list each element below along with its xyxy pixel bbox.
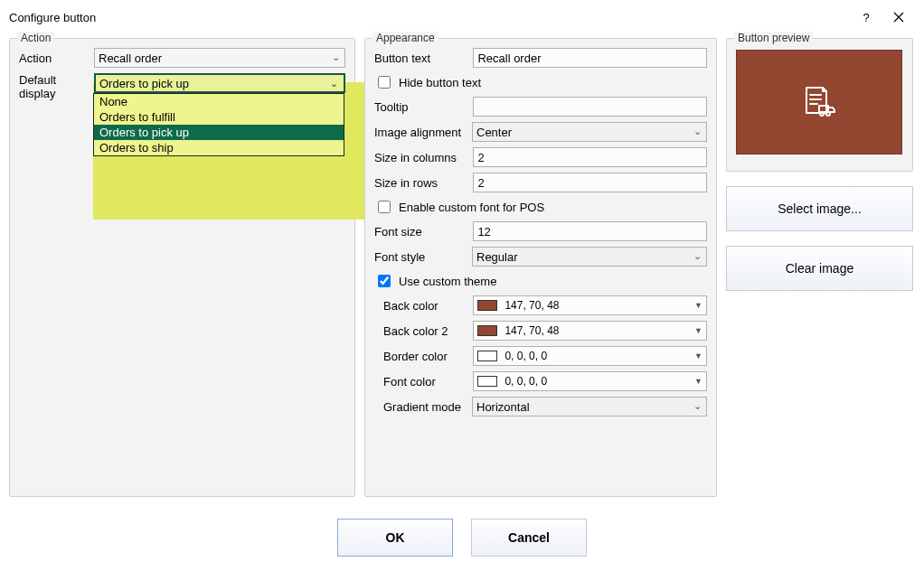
hide-button-text-checkbox[interactable] [378,76,391,89]
back-color-picker[interactable]: 147, 70, 48 ▼ [473,295,707,315]
default-display-value: Orders to pick up [99,77,189,90]
size-cols-input[interactable] [473,147,707,167]
action-legend: Action [17,32,54,44]
default-display-dropdown: None Orders to fulfill Orders to pick up… [93,93,344,156]
appearance-group: Appearance Button text Hide button text … [364,38,717,497]
color-swatch [477,325,497,336]
ok-button[interactable]: OK [337,519,453,557]
appearance-legend: Appearance [372,32,438,44]
use-custom-theme-label: Use custom theme [399,275,496,288]
hide-button-text-label: Hide button text [399,76,481,89]
color-swatch [477,376,497,387]
color-swatch [477,300,497,311]
chevron-down-icon: ⌄ [330,78,338,89]
cancel-button[interactable]: Cancel [471,519,587,557]
chevron-down-icon: ▼ [694,326,702,335]
action-label: Action [19,51,94,65]
button-text-label: Button text [374,51,473,65]
border-color-label: Border color [383,350,473,363]
option-fulfill[interactable]: Orders to fulfill [94,109,344,125]
border-color-picker[interactable]: 0, 0, 0, 0 ▼ [473,346,707,366]
preview-legend: Button preview [734,32,813,44]
recall-order-icon [801,86,837,118]
help-button[interactable]: ? [850,7,882,27]
enable-custom-font-checkbox[interactable] [378,201,391,213]
image-alignment-label: Image alignment [374,126,472,139]
image-alignment-select[interactable]: Center [472,122,707,142]
action-group: Action Action Recall order ⌄ Default dis… [9,38,355,497]
font-color-value: 0, 0, 0, 0 [504,375,694,388]
size-cols-label: Size in columns [374,151,473,164]
chevron-down-icon: ▼ [694,377,702,386]
back-color2-picker[interactable]: 147, 70, 48 ▼ [473,321,707,341]
preview-button [736,50,902,154]
font-style-select[interactable]: Regular [472,247,707,267]
gradient-mode-label: Gradient mode [383,400,472,414]
font-size-input[interactable] [473,221,707,241]
option-pickup[interactable]: Orders to pick up [94,125,344,140]
chevron-down-icon: ▼ [694,301,702,310]
tooltip-label: Tooltip [374,100,473,114]
font-size-label: Font size [374,225,473,239]
enable-custom-font-label: Enable custom font for POS [399,201,544,214]
back-color2-label: Back color 2 [383,324,473,338]
close-button[interactable] [882,7,915,27]
size-rows-label: Size in rows [374,176,473,190]
font-color-label: Font color [383,375,473,388]
clear-image-button[interactable]: Clear image [726,246,913,291]
use-custom-theme-checkbox[interactable] [378,275,391,287]
back-color-value: 147, 70, 48 [504,299,694,312]
back-color2-value: 147, 70, 48 [504,324,694,337]
default-display-select[interactable]: Orders to pick up ⌄ [94,73,345,93]
default-display-label: Default display [19,73,94,100]
chevron-down-icon: ▼ [694,351,702,360]
size-rows-input[interactable] [473,173,707,192]
border-color-value: 0, 0, 0, 0 [504,350,694,362]
color-swatch [477,351,497,361]
button-text-input[interactable] [473,48,707,68]
font-color-picker[interactable]: 0, 0, 0, 0 ▼ [473,371,707,391]
gradient-mode-select[interactable]: Horizontal [472,397,707,417]
tooltip-input[interactable] [473,97,707,117]
button-preview-group: Button preview [726,38,913,172]
action-select[interactable]: Recall order [94,48,345,68]
font-style-label: Font style [374,250,472,264]
back-color-label: Back color [383,299,473,313]
window-title: Configure button [9,11,850,24]
option-none[interactable]: None [94,94,344,109]
select-image-button[interactable]: Select image... [726,186,913,231]
option-ship[interactable]: Orders to ship [94,140,344,155]
